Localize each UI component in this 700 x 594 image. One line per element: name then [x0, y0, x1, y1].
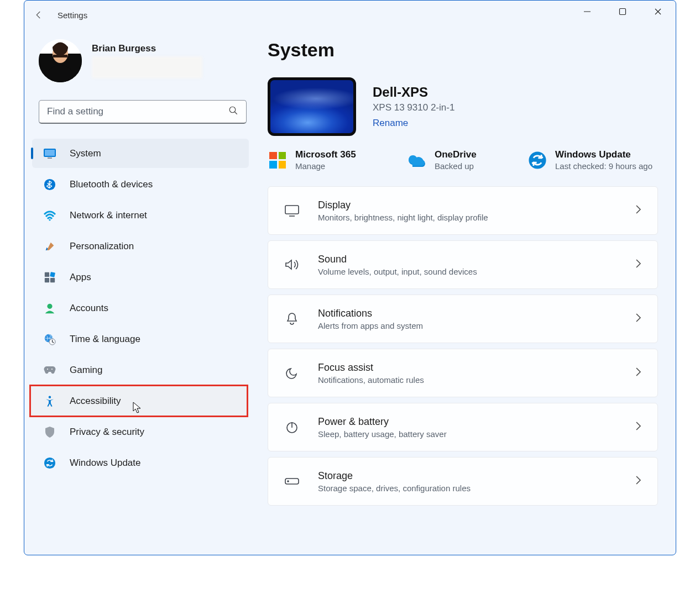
svg-rect-4 [53, 55, 67, 57]
sidebar-item-accounts[interactable]: Accounts [32, 293, 249, 323]
card-title: Power & battery [318, 416, 617, 428]
sidebar-item-privacy[interactable]: Privacy & security [32, 417, 249, 446]
status-card-m365[interactable]: Microsoft 365 Manage [268, 149, 356, 171]
sidebar-item-label: Network & internet [70, 210, 147, 221]
setting-card-sound[interactable]: Sound Volume levels, output, input, soun… [268, 240, 658, 289]
chevron-right-icon [634, 204, 642, 217]
sidebar-item-time[interactable]: Time & language [32, 324, 249, 354]
svg-point-22 [529, 151, 546, 169]
card-sub: Alerts from apps and system [318, 321, 617, 330]
setting-card-notifications[interactable]: Notifications Alerts from apps and syste… [268, 295, 658, 343]
title-bar: Settings [24, 1, 676, 29]
status-card-onedrive[interactable]: OneDrive Backed up [407, 149, 477, 171]
sidebar-item-update[interactable]: Windows Update [32, 448, 249, 477]
sidebar-item-label: Accessibility [70, 396, 121, 407]
sidebar-item-label: System [70, 148, 101, 159]
profile-section[interactable]: Brian Burgess [24, 34, 257, 90]
profile-email-redacted [92, 56, 202, 78]
system-icon [43, 147, 56, 160]
svg-rect-12 [50, 272, 55, 277]
shield-icon [43, 425, 56, 439]
svg-point-5 [229, 107, 236, 113]
sidebar-item-gaming[interactable]: Gaming [32, 355, 249, 385]
svg-rect-14 [50, 277, 55, 282]
status-sub: Manage [295, 161, 356, 171]
setting-card-storage[interactable]: Storage Storage space, drives, configura… [268, 457, 658, 506]
setting-card-display[interactable]: Display Monitors, brightness, night ligh… [268, 186, 658, 235]
chevron-right-icon [634, 475, 642, 487]
card-sub: Notifications, automatic rules [318, 375, 617, 385]
sidebar-item-personalization[interactable]: Personalization [32, 232, 249, 261]
sidebar-item-label: Bluetooth & devices [70, 179, 153, 190]
svg-rect-0 [620, 9, 626, 15]
storage-icon [284, 473, 300, 490]
sidebar-item-label: Apps [70, 272, 91, 283]
status-title: Microsoft 365 [295, 149, 356, 160]
svg-point-21 [44, 457, 55, 468]
sidebar-item-label: Accounts [70, 303, 108, 314]
sidebar-item-label: Windows Update [70, 458, 141, 469]
svg-point-15 [47, 303, 52, 308]
sidebar-item-network[interactable]: Network & internet [32, 201, 249, 230]
device-name: Dell-XPS [373, 85, 455, 100]
settings-list: Display Monitors, brightness, night ligh… [268, 186, 658, 506]
card-title: Focus assist [318, 362, 617, 374]
card-sub: Monitors, brightness, night light, displ… [318, 213, 617, 222]
person-icon [43, 302, 56, 315]
sidebar-item-apps[interactable]: Apps [32, 262, 249, 292]
minimize-button[interactable] [570, 1, 605, 23]
device-section: Dell-XPS XPS 13 9310 2-in-1 Rename [268, 77, 658, 136]
main-content: System Dell-XPS XPS 13 9310 2-in-1 Renam… [257, 29, 676, 555]
sidebar-item-bluetooth[interactable]: Bluetooth & devices [32, 170, 249, 199]
card-sub: Storage space, drives, configuration rul… [318, 483, 617, 493]
svg-rect-23 [285, 206, 299, 214]
sidebar-item-system[interactable]: System [32, 139, 249, 168]
sidebar: Brian Burgess System [24, 29, 257, 555]
svg-rect-11 [45, 272, 49, 276]
onedrive-icon [407, 150, 427, 170]
device-thumbnail[interactable] [268, 77, 356, 136]
chevron-right-icon [634, 367, 642, 379]
accessibility-icon [43, 395, 56, 408]
back-button[interactable] [30, 6, 48, 24]
card-title: Storage [318, 470, 617, 482]
device-model: XPS 13 9310 2-in-1 [373, 102, 455, 113]
svg-point-18 [47, 369, 48, 370]
sidebar-item-label: Personalization [70, 241, 134, 252]
maximize-button[interactable] [605, 1, 640, 23]
setting-card-power[interactable]: Power & battery Sleep, battery usage, ba… [268, 403, 658, 451]
apps-icon [43, 271, 56, 284]
search-box[interactable] [39, 100, 247, 124]
window-controls [570, 1, 676, 23]
setting-card-focus[interactable]: Focus assist Notifications, automatic ru… [268, 349, 658, 397]
chevron-right-icon [634, 421, 642, 433]
avatar [39, 39, 82, 82]
sidebar-item-label: Gaming [70, 365, 103, 376]
sidebar-item-label: Privacy & security [70, 427, 144, 438]
cursor-icon [133, 402, 143, 417]
rename-link[interactable]: Rename [373, 118, 408, 129]
bluetooth-icon [43, 178, 56, 191]
svg-point-10 [49, 219, 50, 220]
nav-list: System Bluetooth & devices Network & int… [24, 137, 257, 479]
svg-point-26 [288, 481, 289, 482]
status-sub: Last checked: 9 hours ago [555, 161, 652, 171]
gamepad-icon [43, 364, 56, 377]
sidebar-item-label: Time & language [70, 334, 140, 345]
search-icon [228, 106, 238, 118]
wifi-icon [43, 209, 56, 222]
sidebar-item-accessibility[interactable]: Accessibility [31, 386, 247, 416]
chevron-right-icon [634, 259, 642, 271]
card-sub: Sleep, battery usage, battery saver [318, 429, 617, 439]
card-title: Sound [318, 254, 617, 265]
settings-window: Settings [24, 0, 676, 555]
bell-icon [284, 311, 300, 327]
svg-rect-13 [45, 277, 49, 282]
close-button[interactable] [640, 1, 676, 23]
profile-name: Brian Burgess [92, 43, 249, 54]
card-sub: Volume levels, output, input, sound devi… [318, 267, 617, 276]
search-input[interactable] [47, 106, 228, 117]
paintbrush-icon [43, 240, 56, 253]
power-icon [284, 419, 300, 435]
status-card-update[interactable]: Windows Update Last checked: 9 hours ago [527, 149, 652, 171]
